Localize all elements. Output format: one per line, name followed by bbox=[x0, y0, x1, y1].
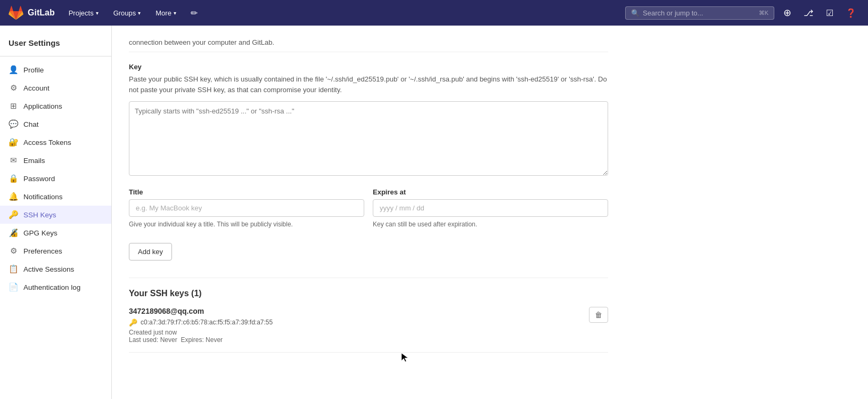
ssh-key-email: 3472189068@qq.com bbox=[129, 307, 608, 315]
key-fingerprint-icon: 🔑 bbox=[129, 319, 137, 327]
sidebar-item-label: Account bbox=[23, 84, 50, 92]
sidebar-item-authentication-log[interactable]: 📄 Authentication log bbox=[0, 278, 111, 296]
sidebar-item-label: Active Sessions bbox=[23, 265, 74, 273]
applications-icon: ⊞ bbox=[9, 101, 18, 111]
active-sessions-icon: 📋 bbox=[9, 264, 18, 274]
preferences-icon: ⚙ bbox=[9, 246, 18, 256]
title-hint: Give your individual key a title. This w… bbox=[129, 220, 364, 229]
sidebar-item-chat[interactable]: 💬 Chat bbox=[0, 115, 111, 133]
title-group: Title Give your individual key a title. … bbox=[129, 188, 364, 229]
edit-icon-button[interactable]: ✏ bbox=[186, 4, 203, 21]
title-expires-row: Title Give your individual key a title. … bbox=[129, 188, 608, 229]
chevron-down-icon: ▾ bbox=[138, 10, 141, 16]
expires-input[interactable] bbox=[373, 199, 608, 217]
nav-help-icon[interactable]: ❓ bbox=[842, 4, 859, 21]
nav-projects-button[interactable]: Projects ▾ bbox=[63, 6, 104, 20]
sidebar-item-label: Notifications bbox=[23, 193, 63, 201]
emails-icon: ✉ bbox=[9, 156, 18, 165]
notifications-icon: 🔔 bbox=[9, 192, 18, 201]
ssh-key-created: Created just now bbox=[129, 329, 608, 336]
sidebar-item-label: GPG Keys bbox=[23, 229, 58, 237]
sidebar-item-active-sessions[interactable]: 📋 Active Sessions bbox=[0, 260, 111, 278]
top-navigation: GitLab Projects ▾ Groups ▾ More ▾ ✏ 🔍 ⌘K… bbox=[0, 0, 868, 26]
nav-merge-requests-icon[interactable]: ⎇ bbox=[800, 4, 817, 21]
ssh-key-fingerprint: 🔑 c0:a7:3d:79:f7:c6:b5:78:ac:f5:f5:a7:39… bbox=[129, 319, 608, 327]
sidebar-item-label: Password bbox=[23, 175, 55, 183]
ssh-key-usage: Last used: Never Expires: Never bbox=[129, 336, 608, 344]
sidebar-title: User Settings bbox=[0, 34, 111, 56]
chevron-down-icon: ▾ bbox=[96, 10, 99, 16]
nav-more-button[interactable]: More ▾ bbox=[150, 6, 182, 20]
search-input[interactable] bbox=[643, 9, 756, 17]
expires-hint: Key can still be used after expiration. bbox=[373, 220, 608, 229]
search-shortcut: ⌘K bbox=[759, 10, 768, 17]
sidebar-item-notifications[interactable]: 🔔 Notifications bbox=[0, 188, 111, 206]
password-icon: 🔒 bbox=[9, 174, 18, 183]
content-area: connection between your computer and Git… bbox=[129, 38, 608, 353]
sidebar-item-emails[interactable]: ✉ Emails bbox=[0, 151, 111, 169]
gitlab-wordmark: GitLab bbox=[28, 8, 55, 18]
search-bar: 🔍 ⌘K bbox=[625, 6, 774, 20]
create-button[interactable]: ⊕ bbox=[779, 4, 796, 21]
sidebar-item-profile[interactable]: 👤 Profile bbox=[0, 61, 111, 79]
main-content: connection between your computer and Git… bbox=[112, 26, 868, 399]
chat-icon: 💬 bbox=[9, 119, 18, 129]
delete-key-button[interactable]: 🗑 bbox=[589, 307, 608, 323]
nav-groups-label: Groups bbox=[113, 9, 136, 17]
fingerprint-value: c0:a7:3d:79:f7:c6:b5:78:ac:f5:f5:a7:39:f… bbox=[141, 319, 273, 326]
sidebar-item-label: Emails bbox=[23, 157, 45, 165]
sidebar-item-label: Access Tokens bbox=[23, 139, 71, 146]
ssh-keys-icon: 🔑 bbox=[9, 210, 18, 219]
nav-projects-label: Projects bbox=[69, 9, 94, 17]
sidebar-item-gpg-keys[interactable]: 🔏 GPG Keys bbox=[0, 224, 111, 242]
expires-group: Expires at Key can still be used after e… bbox=[373, 188, 608, 229]
add-key-button[interactable]: Add key bbox=[129, 243, 172, 260]
sidebar-item-label: Profile bbox=[23, 66, 44, 74]
title-label: Title bbox=[129, 188, 364, 196]
sidebar-item-label: Chat bbox=[23, 120, 39, 128]
authentication-log-icon: 📄 bbox=[9, 282, 18, 292]
sidebar-item-applications[interactable]: ⊞ Applications bbox=[0, 97, 111, 115]
title-input[interactable] bbox=[129, 199, 364, 217]
sidebar: User Settings 👤 Profile ⚙ Account ⊞ Appl… bbox=[0, 26, 112, 399]
your-ssh-keys-section: Your SSH keys (1) 3472189068@qq.com 🔑 c0… bbox=[129, 278, 608, 353]
sidebar-item-label: Preferences bbox=[23, 247, 62, 255]
gitlab-logo[interactable]: GitLab bbox=[9, 5, 55, 20]
search-icon: 🔍 bbox=[631, 9, 640, 17]
sidebar-item-ssh-keys[interactable]: 🔑 SSH Keys bbox=[0, 206, 111, 224]
connection-description: connection between your computer and Git… bbox=[129, 38, 608, 52]
key-textarea[interactable] bbox=[129, 101, 608, 176]
sidebar-item-access-tokens[interactable]: 🔐 Access Tokens bbox=[0, 133, 111, 151]
expires-label: Expires at bbox=[373, 188, 608, 196]
nav-groups-button[interactable]: Groups ▾ bbox=[108, 6, 146, 20]
sidebar-item-label: SSH Keys bbox=[23, 211, 56, 219]
sidebar-item-label: Authentication log bbox=[23, 283, 80, 291]
key-label: Key bbox=[129, 63, 608, 71]
access-tokens-icon: 🔐 bbox=[9, 137, 18, 147]
account-icon: ⚙ bbox=[9, 83, 18, 93]
sidebar-item-preferences[interactable]: ⚙ Preferences bbox=[0, 242, 111, 260]
key-description: Paste your public SSH key, which is usua… bbox=[129, 74, 608, 95]
nav-issues-icon[interactable]: ☑ bbox=[821, 4, 838, 21]
gpg-keys-icon: 🔏 bbox=[9, 228, 18, 238]
nav-more-label: More bbox=[155, 9, 171, 17]
ssh-keys-title: Your SSH keys (1) bbox=[129, 289, 608, 298]
ssh-key-entry: 3472189068@qq.com 🔑 c0:a7:3d:79:f7:c6:b5… bbox=[129, 307, 608, 353]
sidebar-item-password[interactable]: 🔒 Password bbox=[0, 169, 111, 188]
profile-icon: 👤 bbox=[9, 65, 18, 75]
sidebar-item-account[interactable]: ⚙ Account bbox=[0, 79, 111, 97]
chevron-down-icon: ▾ bbox=[174, 10, 176, 16]
sidebar-item-label: Applications bbox=[23, 102, 62, 110]
page-layout: User Settings 👤 Profile ⚙ Account ⊞ Appl… bbox=[0, 26, 868, 399]
